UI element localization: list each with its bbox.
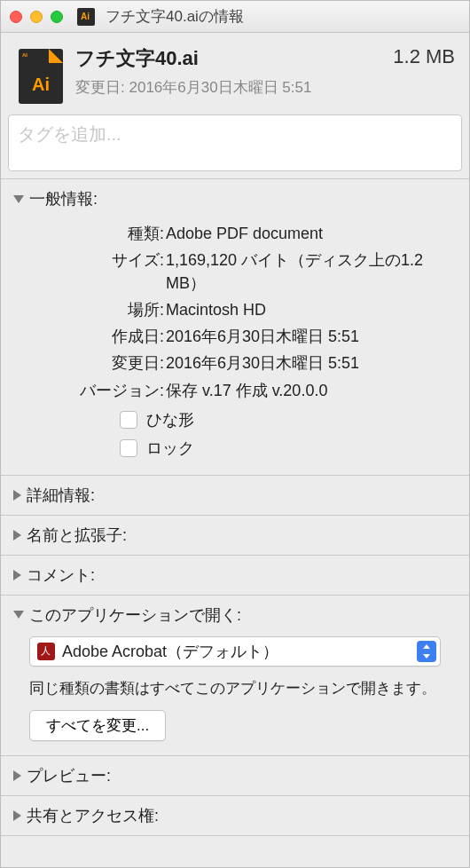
version-label: バージョン:	[49, 379, 164, 402]
minimize-icon[interactable]	[30, 11, 43, 23]
section-general-toggle[interactable]: 一般情報:	[13, 188, 457, 209]
kind-label: 種類:	[49, 222, 164, 245]
disclosure-triangle-right-icon	[13, 530, 21, 541]
locked-checkbox[interactable]	[120, 439, 137, 457]
section-name-ext: 名前と拡張子:	[1, 515, 469, 555]
disclosure-triangle-down-icon	[13, 611, 24, 619]
created-label: 作成日:	[49, 325, 164, 348]
version-value: 保存 v.17 作成 v.20.0.0	[164, 379, 439, 402]
file-size: 1.2 MB	[393, 45, 455, 68]
disclosure-triangle-right-icon	[13, 570, 21, 580]
open-with-dropdown[interactable]: Adobe Acrobat（デフォルト）	[29, 636, 441, 667]
disclosure-triangle-right-icon	[13, 770, 21, 781]
section-more-info-toggle[interactable]: 詳細情報:	[13, 485, 457, 506]
section-open-with-toggle[interactable]: このアプリケーションで開く:	[13, 604, 457, 626]
stationery-checkbox[interactable]	[120, 411, 137, 429]
window-title: フチ文字40.aiの情報	[106, 6, 244, 27]
size-value: 1,169,120 バイト（ディスク上の1.2 MB）	[164, 249, 439, 295]
open-with-app: Adobe Acrobat（デフォルト）	[62, 641, 417, 662]
file-icon: AI Ai	[19, 49, 63, 104]
file-name: フチ文字40.ai	[75, 47, 199, 69]
modified-value: 2016年6月30日木曜日 5:51	[164, 351, 439, 375]
title-file-icon	[77, 8, 95, 26]
disclosure-triangle-right-icon	[13, 490, 21, 501]
file-header: AI Ai フチ文字40.ai 1.2 MB 変更日: 2016年6月30日木曜…	[1, 33, 469, 113]
section-general: 一般情報: 種類: Adobe PDF document サイズ: 1,169,…	[1, 178, 469, 475]
section-comments: コメント:	[1, 555, 469, 595]
window-controls	[10, 11, 63, 23]
created-value: 2016年6月30日木曜日 5:51	[164, 325, 439, 348]
section-comments-toggle[interactable]: コメント:	[13, 564, 457, 586]
section-sharing: 共有とアクセス権:	[1, 795, 469, 836]
disclosure-triangle-down-icon	[13, 195, 24, 203]
section-preview-toggle[interactable]: プレビュー:	[13, 765, 457, 786]
section-name-ext-toggle[interactable]: 名前と拡張子:	[13, 525, 457, 546]
section-more-info: 詳細情報:	[1, 475, 469, 515]
section-sharing-toggle[interactable]: 共有とアクセス権:	[13, 805, 457, 826]
file-modified: 変更日: 2016年6月30日木曜日 5:51	[75, 77, 455, 98]
section-preview: プレビュー:	[1, 755, 469, 795]
where-label: 場所:	[49, 298, 164, 321]
titlebar: フチ文字40.aiの情報	[1, 1, 469, 33]
acrobat-icon	[37, 643, 55, 660]
close-icon[interactable]	[10, 11, 22, 23]
tags-field[interactable]: タグを追加...	[8, 114, 462, 171]
locked-label: ロック	[146, 438, 194, 459]
tags-placeholder: タグを追加...	[18, 122, 452, 146]
open-with-description: 同じ種類の書類はすべてこのアプリケーションで開きます。	[29, 677, 441, 700]
disclosure-triangle-right-icon	[13, 810, 21, 821]
kind-value: Adobe PDF document	[164, 222, 439, 245]
size-label: サイズ:	[49, 249, 164, 295]
dropdown-arrows-icon	[417, 641, 436, 662]
change-all-button[interactable]: すべてを変更...	[29, 710, 166, 741]
where-value: Macintosh HD	[164, 298, 439, 321]
zoom-icon[interactable]	[51, 11, 63, 23]
stationery-label: ひな形	[146, 409, 194, 430]
section-open-with: このアプリケーションで開く: Adobe Acrobat（デフォルト） 同じ種類…	[1, 595, 469, 756]
modified-label: 変更日:	[49, 351, 164, 375]
